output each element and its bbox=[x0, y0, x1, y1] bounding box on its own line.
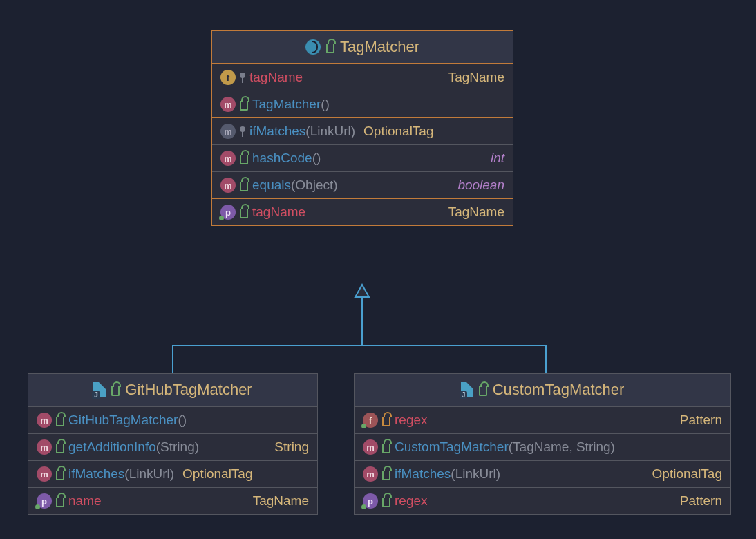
member-row: m CustomTagMatcher(TagName, String) bbox=[355, 433, 730, 460]
member-type: Pattern bbox=[680, 413, 722, 428]
pin-icon bbox=[240, 126, 245, 132]
member-params: () bbox=[321, 97, 330, 111]
member-row: m GitHubTagMatcher() bbox=[28, 406, 317, 433]
member-type: TagName bbox=[448, 205, 504, 220]
pin-icon bbox=[240, 73, 245, 78]
member-params: () bbox=[178, 413, 187, 427]
member-type: boolean bbox=[457, 178, 504, 193]
class-title: GitHubTagMatcher bbox=[125, 381, 252, 399]
member-row: m getAdditionInfo(String) String bbox=[28, 433, 317, 460]
member-name: hashCode bbox=[252, 151, 312, 165]
member-type: Pattern bbox=[680, 493, 722, 509]
method-icon: m bbox=[220, 151, 236, 166]
lock-icon bbox=[240, 155, 248, 164]
lock-icon bbox=[56, 498, 64, 507]
member-type: OptionalTag bbox=[652, 466, 722, 482]
member-row: p regex Pattern bbox=[355, 487, 730, 514]
class-icon bbox=[305, 39, 321, 55]
method-icon: m bbox=[363, 466, 378, 482]
member-name: regex bbox=[395, 493, 428, 509]
lock-icon bbox=[382, 417, 390, 426]
member-type: OptionalTag bbox=[363, 124, 433, 139]
member-name: ifMatches bbox=[68, 466, 124, 481]
member-row: m ifMatches(LinkUrl) OptionalTag bbox=[355, 460, 730, 487]
member-name: CustomTagMatcher bbox=[395, 439, 509, 454]
field-icon: f bbox=[363, 413, 378, 428]
class-githubtagmatcher: GitHubTagMatcher m GitHubTagMatcher() m … bbox=[28, 373, 318, 515]
member-name: tagName bbox=[249, 70, 303, 85]
member-name: ifMatches bbox=[249, 124, 305, 138]
lock-icon bbox=[240, 182, 248, 191]
property-icon: p bbox=[37, 493, 52, 509]
member-type: OptionalTag bbox=[182, 466, 252, 482]
method-icon: m bbox=[37, 439, 52, 455]
method-icon: m bbox=[37, 466, 52, 482]
member-row: f regex Pattern bbox=[355, 406, 730, 433]
method-icon: m bbox=[363, 439, 378, 455]
class-header: TagMatcher bbox=[212, 31, 513, 64]
member-row: m equals(Object) boolean bbox=[212, 171, 513, 198]
lock-icon bbox=[382, 444, 390, 453]
property-icon: p bbox=[363, 493, 378, 509]
member-row: p name TagName bbox=[28, 487, 317, 514]
class-tagmatcher: TagMatcher f tagName TagName m TagMatche… bbox=[211, 30, 513, 226]
lock-icon bbox=[240, 101, 248, 111]
member-name: GitHubTagMatcher bbox=[68, 413, 178, 427]
member-params: (LinkUrl) bbox=[124, 466, 174, 481]
member-type: int bbox=[491, 151, 504, 166]
method-icon: m bbox=[220, 97, 236, 112]
member-row: m TagMatcher() bbox=[212, 91, 513, 117]
member-type: TagName bbox=[448, 70, 504, 85]
java-file-icon bbox=[93, 382, 106, 397]
member-name: regex bbox=[395, 413, 428, 428]
member-params: (Object) bbox=[291, 178, 338, 192]
member-row: f tagName TagName bbox=[212, 64, 513, 91]
property-icon: p bbox=[220, 205, 236, 220]
lock-icon bbox=[56, 471, 64, 480]
java-file-icon bbox=[461, 382, 473, 397]
lock-icon bbox=[56, 417, 64, 426]
member-row: m ifMatches(LinkUrl) OptionalTag bbox=[212, 117, 513, 144]
lock-icon bbox=[479, 386, 487, 396]
member-params: () bbox=[312, 151, 321, 165]
member-row: p tagName TagName bbox=[212, 198, 513, 225]
member-type: String bbox=[274, 439, 309, 455]
method-icon: m bbox=[37, 413, 52, 428]
method-icon: m bbox=[220, 178, 236, 193]
svg-marker-0 bbox=[355, 285, 369, 297]
member-name: ifMatches bbox=[395, 466, 451, 481]
class-title: CustomTagMatcher bbox=[493, 381, 625, 399]
lock-icon bbox=[382, 498, 390, 507]
member-name: getAdditionInfo bbox=[68, 439, 156, 454]
field-icon: f bbox=[220, 70, 236, 85]
class-header: CustomTagMatcher bbox=[355, 374, 730, 406]
member-params: (TagName, String) bbox=[509, 439, 615, 454]
lock-icon bbox=[382, 471, 390, 480]
member-name: TagMatcher bbox=[252, 97, 321, 111]
class-customtagmatcher: CustomTagMatcher f regex Pattern m Custo… bbox=[354, 373, 731, 515]
member-row: m ifMatches(LinkUrl) OptionalTag bbox=[28, 460, 317, 487]
lock-icon bbox=[326, 44, 334, 53]
class-header: GitHubTagMatcher bbox=[28, 374, 317, 406]
member-params: (LinkUrl) bbox=[451, 466, 500, 481]
member-params: (LinkUrl) bbox=[305, 124, 355, 138]
method-icon: m bbox=[220, 124, 236, 139]
member-name: tagName bbox=[252, 205, 305, 220]
lock-icon bbox=[240, 209, 248, 218]
member-name: equals bbox=[252, 178, 291, 192]
member-type: TagName bbox=[253, 493, 309, 509]
lock-icon bbox=[56, 444, 64, 453]
member-params: (String) bbox=[156, 439, 199, 454]
uml-canvas: TagMatcher f tagName TagName m TagMatche… bbox=[0, 0, 756, 539]
member-name: name bbox=[68, 493, 102, 509]
lock-icon bbox=[111, 386, 120, 396]
class-title: TagMatcher bbox=[340, 38, 419, 56]
member-row: m hashCode() int bbox=[212, 144, 513, 171]
